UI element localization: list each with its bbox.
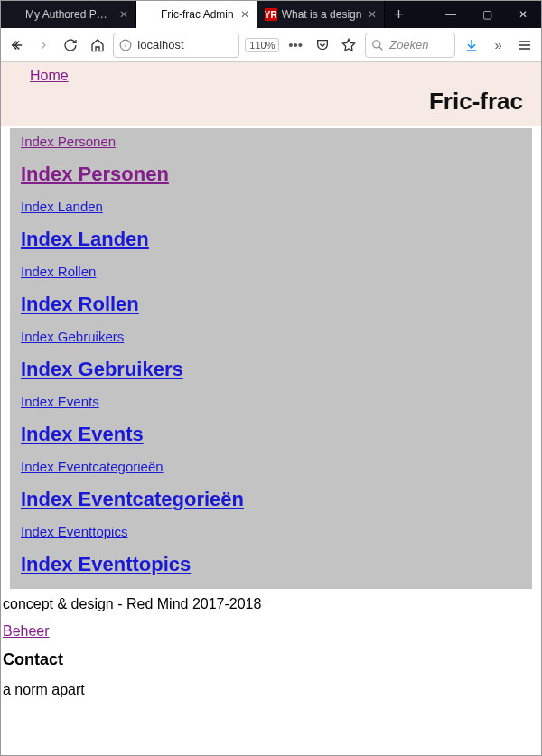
index-heading-link[interactable]: Index Eventtopics [21,553,191,575]
index-link[interactable]: Index Eventtopics [21,524,127,539]
page-viewport[interactable]: Home Fric-frac Index PersonenIndex Perso… [1,62,541,756]
close-window-button[interactable]: ✕ [505,1,541,28]
index-link[interactable]: Index Landen [21,199,103,214]
index-link[interactable]: Index Eventcategorieën [21,459,164,474]
reload-icon [63,38,78,52]
back-button[interactable] [6,33,28,57]
home-link[interactable]: Home [30,68,69,83]
page-favicon [144,8,156,21]
footer-concept: concept & design - Red Mind 2017-2018 [1,589,541,620]
tab-label: Fric-frac Admin [161,8,234,21]
index-heading: Index Rollen [21,293,521,316]
tab-close-icon[interactable]: ✕ [366,8,378,21]
index-heading: Index Personen [21,163,521,186]
home-link-wrap: Home [30,68,532,84]
index-link-small: Index Landen [21,199,521,215]
index-link-small: Index Eventtopics [21,524,521,540]
url-bar[interactable]: localhost [113,33,239,58]
index-heading-link[interactable]: Index Personen [21,163,169,185]
downloads-button[interactable] [461,33,482,57]
index-link-small: Index Gebruikers [21,329,521,345]
arrow-left-icon [9,37,25,53]
svg-point-1 [373,40,380,47]
beheer-link-wrap: Beheer [1,620,541,649]
index-link-small: Index Personen [21,134,521,150]
page-header: Home Fric-frac [1,62,541,126]
bookmark-button[interactable] [339,33,360,57]
window-controls: — ▢ ✕ [433,1,541,28]
pocket-button[interactable] [312,33,333,57]
index-heading-link[interactable]: Index Eventcategorieën [21,488,244,510]
tab-fricfrac-admin[interactable]: Fric-frac Admin ✕ [136,1,257,28]
contact-heading: Contact [1,649,541,678]
forward-button[interactable] [33,33,55,57]
url-host: localhost [137,38,183,51]
index-heading: Index Eventtopics [21,553,521,576]
maximize-button[interactable]: ▢ [469,1,505,28]
arrow-right-icon [36,38,51,52]
hamburger-icon [518,38,532,52]
pocket-icon [315,38,330,52]
star-icon [341,38,356,52]
reload-button[interactable] [60,33,81,57]
download-icon [464,38,479,52]
new-tab-button[interactable]: + [385,1,412,28]
index-link-small: Index Rollen [21,264,521,280]
menu-button[interactable] [514,33,536,57]
more-actions-button[interactable]: ••• [285,33,306,57]
index-link[interactable]: Index Gebruikers [21,329,124,344]
index-link-small: Index Events [21,394,521,410]
home-icon [90,38,105,52]
info-icon [119,39,132,51]
search-box[interactable]: Zoeken [365,33,455,58]
browser-toolbar: localhost 110% ••• Zoeken » [1,28,541,62]
tab-label: My Authored Page w [25,8,113,21]
page-favicon [8,8,21,21]
index-link[interactable]: Index Personen [21,134,116,149]
brand-title: Fric-frac [14,84,532,119]
index-heading-link[interactable]: Index Events [21,423,144,445]
index-link[interactable]: Index Events [21,394,99,409]
index-heading: Index Events [21,423,521,446]
page-favicon: YR [265,8,277,21]
tab-my-authored[interactable]: My Authored Page w ✕ [1,1,136,28]
index-heading-link[interactable]: Index Rollen [21,293,139,315]
tab-close-icon[interactable]: ✕ [238,8,251,21]
index-link-small: Index Eventcategorieën [21,459,521,475]
norm-apart-text: a norm apart [1,678,541,752]
search-icon [371,39,384,51]
minimize-button[interactable]: — [433,1,469,28]
index-heading-link[interactable]: Index Landen [21,228,149,250]
index-heading-link[interactable]: Index Gebruikers [21,358,183,380]
window-titlebar: My Authored Page w ✕ Fric-frac Admin ✕ Y… [1,1,541,28]
index-heading: Index Landen [21,228,521,251]
tab-what-is-design[interactable]: YR What is a design ✕ [257,1,386,28]
tab-strip: My Authored Page w ✕ Fric-frac Admin ✕ Y… [1,1,433,28]
page-content: Home Fric-frac Index PersonenIndex Perso… [1,62,541,752]
search-placeholder: Zoeken [389,38,428,51]
tab-close-icon[interactable]: ✕ [117,8,130,21]
home-button[interactable] [87,33,108,57]
zoom-level[interactable]: 110% [245,38,279,52]
index-link[interactable]: Index Rollen [21,264,96,279]
index-list: Index PersonenIndex PersonenIndex Landen… [10,128,532,589]
index-heading: Index Eventcategorieën [21,488,521,511]
index-heading: Index Gebruikers [21,358,521,381]
tab-label: What is a design [282,8,362,21]
beheer-link[interactable]: Beheer [3,623,50,639]
overflow-button[interactable]: » [488,33,509,57]
